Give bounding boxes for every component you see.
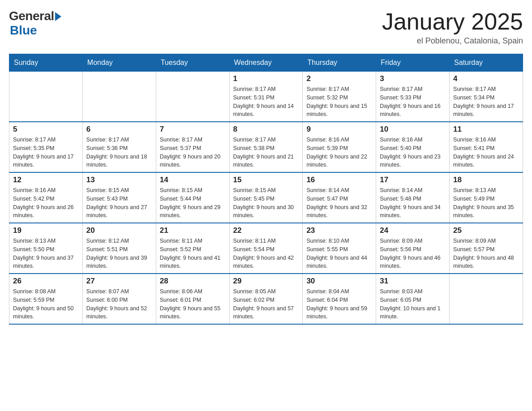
table-row: 30Sunrise: 8:04 AM Sunset: 6:04 PM Dayli… (303, 274, 376, 324)
day-info: Sunrise: 8:17 AM Sunset: 5:37 PM Dayligh… (160, 136, 226, 169)
header-sunday: Sunday (9, 54, 83, 72)
table-row (450, 274, 523, 324)
day-info: Sunrise: 8:07 AM Sunset: 6:00 PM Dayligh… (86, 287, 152, 321)
table-row: 6Sunrise: 8:17 AM Sunset: 5:36 PM Daylig… (82, 122, 156, 172)
day-info: Sunrise: 8:11 AM Sunset: 5:52 PM Dayligh… (160, 237, 226, 270)
calendar-week-row: 12Sunrise: 8:16 AM Sunset: 5:42 PM Dayli… (9, 172, 523, 223)
day-number: 25 (453, 226, 519, 235)
table-row: 26Sunrise: 8:08 AM Sunset: 5:59 PM Dayli… (9, 274, 83, 324)
table-row: 14Sunrise: 8:15 AM Sunset: 5:44 PM Dayli… (156, 172, 229, 223)
table-row: 12Sunrise: 8:16 AM Sunset: 5:42 PM Dayli… (9, 172, 83, 223)
table-row: 31Sunrise: 8:03 AM Sunset: 6:05 PM Dayli… (376, 274, 450, 324)
day-number: 15 (233, 176, 299, 184)
day-info: Sunrise: 8:04 AM Sunset: 6:04 PM Dayligh… (306, 287, 372, 321)
table-row: 7Sunrise: 8:17 AM Sunset: 5:37 PM Daylig… (156, 122, 229, 172)
table-row: 21Sunrise: 8:11 AM Sunset: 5:52 PM Dayli… (156, 223, 229, 274)
logo-general-text: General (9, 9, 54, 23)
day-number: 22 (233, 226, 299, 235)
day-info: Sunrise: 8:17 AM Sunset: 5:34 PM Dayligh… (453, 85, 519, 119)
day-number: 16 (306, 176, 372, 184)
day-info: Sunrise: 8:17 AM Sunset: 5:36 PM Dayligh… (86, 136, 152, 169)
calendar-table: Sunday Monday Tuesday Wednesday Thursday… (9, 54, 523, 325)
day-info: Sunrise: 8:17 AM Sunset: 5:33 PM Dayligh… (380, 85, 446, 119)
calendar-week-row: 1Sunrise: 8:17 AM Sunset: 5:31 PM Daylig… (9, 72, 523, 122)
calendar-subtitle: el Poblenou, Catalonia, Spain (382, 36, 523, 46)
table-row: 8Sunrise: 8:17 AM Sunset: 5:38 PM Daylig… (229, 122, 303, 172)
day-info: Sunrise: 8:08 AM Sunset: 5:59 PM Dayligh… (13, 287, 79, 321)
table-row: 23Sunrise: 8:10 AM Sunset: 5:55 PM Dayli… (303, 223, 376, 274)
day-info: Sunrise: 8:14 AM Sunset: 5:48 PM Dayligh… (380, 186, 446, 220)
table-row (82, 72, 156, 122)
day-info: Sunrise: 8:09 AM Sunset: 5:57 PM Dayligh… (453, 237, 519, 270)
day-number: 26 (13, 277, 79, 286)
header-wednesday: Wednesday (229, 54, 303, 72)
day-number: 30 (306, 277, 372, 286)
day-number: 18 (453, 176, 519, 184)
day-info: Sunrise: 8:15 AM Sunset: 5:45 PM Dayligh… (233, 186, 299, 220)
header-thursday: Thursday (303, 54, 376, 72)
day-number: 29 (233, 277, 299, 286)
calendar-title: January 2025 (382, 9, 523, 34)
table-row: 4Sunrise: 8:17 AM Sunset: 5:34 PM Daylig… (450, 72, 523, 122)
table-row: 19Sunrise: 8:13 AM Sunset: 5:50 PM Dayli… (9, 223, 83, 274)
table-row: 5Sunrise: 8:17 AM Sunset: 5:35 PM Daylig… (9, 122, 83, 172)
title-block: January 2025 el Poblenou, Catalonia, Spa… (382, 9, 523, 46)
day-number: 14 (160, 176, 226, 184)
page-header: General Blue January 2025 el Poblenou, C… (9, 9, 523, 46)
day-number: 31 (380, 277, 446, 286)
day-info: Sunrise: 8:15 AM Sunset: 5:43 PM Dayligh… (86, 186, 152, 220)
table-row (156, 72, 229, 122)
day-number: 8 (233, 125, 299, 134)
day-info: Sunrise: 8:09 AM Sunset: 5:56 PM Dayligh… (380, 237, 446, 270)
day-number: 28 (160, 277, 226, 286)
table-row (9, 72, 83, 122)
day-info: Sunrise: 8:17 AM Sunset: 5:38 PM Dayligh… (233, 136, 299, 169)
table-row: 22Sunrise: 8:11 AM Sunset: 5:54 PM Dayli… (229, 223, 303, 274)
calendar-header-row: Sunday Monday Tuesday Wednesday Thursday… (9, 54, 523, 72)
calendar-week-row: 19Sunrise: 8:13 AM Sunset: 5:50 PM Dayli… (9, 223, 523, 274)
day-info: Sunrise: 8:16 AM Sunset: 5:39 PM Dayligh… (306, 136, 372, 169)
day-number: 13 (86, 176, 152, 184)
table-row: 17Sunrise: 8:14 AM Sunset: 5:48 PM Dayli… (376, 172, 450, 223)
day-info: Sunrise: 8:13 AM Sunset: 5:50 PM Dayligh… (13, 237, 79, 270)
calendar-week-row: 26Sunrise: 8:08 AM Sunset: 5:59 PM Dayli… (9, 274, 523, 324)
logo: General Blue (9, 9, 61, 38)
table-row: 13Sunrise: 8:15 AM Sunset: 5:43 PM Dayli… (82, 172, 156, 223)
day-number: 3 (380, 74, 446, 83)
day-info: Sunrise: 8:15 AM Sunset: 5:44 PM Dayligh… (160, 186, 226, 220)
day-number: 1 (233, 74, 299, 83)
day-info: Sunrise: 8:16 AM Sunset: 5:40 PM Dayligh… (380, 136, 446, 169)
day-number: 10 (380, 125, 446, 134)
header-monday: Monday (82, 54, 156, 72)
table-row: 2Sunrise: 8:17 AM Sunset: 5:32 PM Daylig… (303, 72, 376, 122)
day-info: Sunrise: 8:17 AM Sunset: 5:31 PM Dayligh… (233, 85, 299, 119)
day-number: 11 (453, 125, 519, 134)
day-info: Sunrise: 8:06 AM Sunset: 6:01 PM Dayligh… (160, 287, 226, 321)
table-row: 11Sunrise: 8:16 AM Sunset: 5:41 PM Dayli… (450, 122, 523, 172)
day-info: Sunrise: 8:16 AM Sunset: 5:42 PM Dayligh… (13, 186, 79, 220)
table-row: 10Sunrise: 8:16 AM Sunset: 5:40 PM Dayli… (376, 122, 450, 172)
day-number: 20 (86, 226, 152, 235)
table-row: 20Sunrise: 8:12 AM Sunset: 5:51 PM Dayli… (82, 223, 156, 274)
table-row: 28Sunrise: 8:06 AM Sunset: 6:01 PM Dayli… (156, 274, 229, 324)
day-info: Sunrise: 8:14 AM Sunset: 5:47 PM Dayligh… (306, 186, 372, 220)
day-info: Sunrise: 8:17 AM Sunset: 5:35 PM Dayligh… (13, 136, 79, 169)
day-number: 9 (306, 125, 372, 134)
day-number: 17 (380, 176, 446, 184)
day-info: Sunrise: 8:03 AM Sunset: 6:05 PM Dayligh… (380, 287, 446, 321)
day-info: Sunrise: 8:05 AM Sunset: 6:02 PM Dayligh… (233, 287, 299, 321)
day-info: Sunrise: 8:17 AM Sunset: 5:32 PM Dayligh… (306, 85, 372, 119)
table-row: 18Sunrise: 8:13 AM Sunset: 5:49 PM Dayli… (450, 172, 523, 223)
table-row: 16Sunrise: 8:14 AM Sunset: 5:47 PM Dayli… (303, 172, 376, 223)
table-row: 25Sunrise: 8:09 AM Sunset: 5:57 PM Dayli… (450, 223, 523, 274)
calendar-week-row: 5Sunrise: 8:17 AM Sunset: 5:35 PM Daylig… (9, 122, 523, 172)
table-row: 1Sunrise: 8:17 AM Sunset: 5:31 PM Daylig… (229, 72, 303, 122)
table-row: 29Sunrise: 8:05 AM Sunset: 6:02 PM Dayli… (229, 274, 303, 324)
day-number: 4 (453, 74, 519, 83)
header-friday: Friday (376, 54, 450, 72)
header-tuesday: Tuesday (156, 54, 229, 72)
day-info: Sunrise: 8:11 AM Sunset: 5:54 PM Dayligh… (233, 237, 299, 270)
day-number: 21 (160, 226, 226, 235)
logo-arrow-icon (55, 12, 61, 21)
day-info: Sunrise: 8:10 AM Sunset: 5:55 PM Dayligh… (306, 237, 372, 270)
